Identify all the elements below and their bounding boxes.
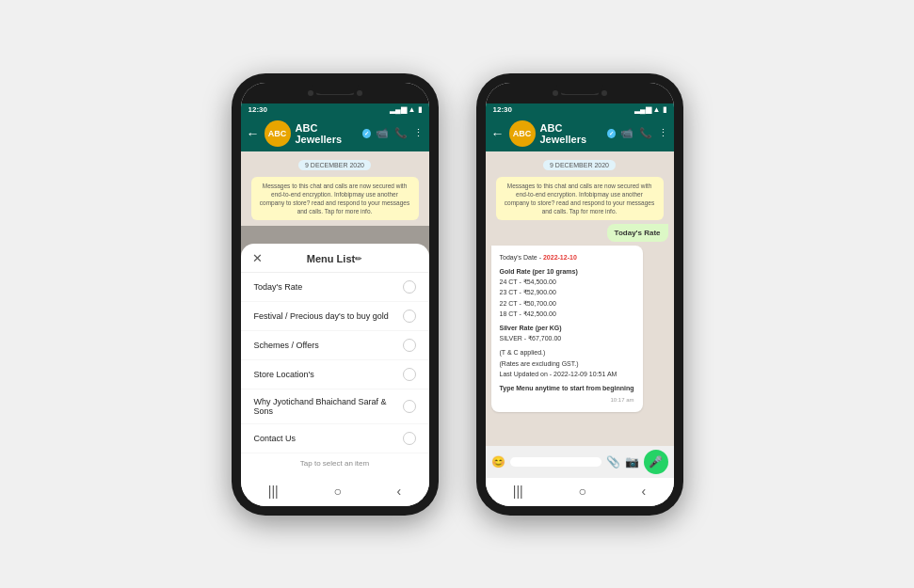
gold-rate-4: 18 CT - ₹42,500.00: [500, 309, 634, 319]
menu-item-label-2: Festival / Precious day's to buy gold: [254, 311, 389, 321]
signal-icon-right: ▂▄▆: [634, 105, 651, 114]
video-icon-right[interactable]: 📹: [620, 127, 633, 139]
avatar-right: ABC: [509, 120, 536, 147]
contact-name-left: ABC Jewellers ✓: [296, 122, 371, 145]
gold-rate-3: 22 CT - ₹50,700.00: [500, 298, 634, 309]
menu-radio-2[interactable]: [403, 310, 416, 323]
wa-header-right: ← ABC ABC Jewellers ✓ 📹 📞 ⋮: [486, 116, 674, 151]
message-time: 10:17 am: [500, 396, 634, 405]
back-button-left[interactable]: ←: [247, 126, 260, 141]
contact-name-right: ABC Jewellers ✓: [540, 122, 616, 145]
wa-header-left: ← ABC ABC Jewellers ✓ 📹 📞 ⋮: [241, 116, 429, 151]
verified-badge-right: ✓: [607, 129, 616, 138]
notch-left: [312, 83, 359, 94]
menu-item-label-5: Why Jyotichand Bhaichand Saraf & Sons: [254, 397, 403, 416]
nav-home-left[interactable]: ○: [333, 484, 341, 499]
battery-icon-right: ▮: [663, 105, 666, 114]
gold-rate-2: 23 CT - ₹52,900.00: [500, 287, 634, 297]
menu-radio-1[interactable]: [403, 280, 416, 294]
menu-overlay[interactable]: ✕ Menu List ✏ Today's Rate Festival / Pr…: [241, 226, 429, 478]
bottom-nav-left: ||| ○ ‹: [241, 478, 429, 506]
nav-menu-right[interactable]: |||: [513, 484, 523, 499]
nav-back-left[interactable]: ‹: [396, 484, 401, 499]
menu-item-4[interactable]: Store Location's: [241, 360, 429, 389]
gold-rate-1: 24 CT - ₹54,500.00: [500, 277, 634, 287]
right-phone-screen: 12:30 ▂▄▆ ▲ ▮ ← ABC ABC Jewellers ✓ 📹 📞: [486, 83, 674, 506]
back-button-right[interactable]: ←: [491, 126, 505, 141]
silver-header: Silver Rate (per KG): [500, 323, 634, 333]
menu-radio-5[interactable]: [403, 400, 416, 413]
header-icons-right: 📹 📞 ⋮: [620, 127, 668, 139]
chat-area-right: 9 DECEMBER 2020 Messages to this chat an…: [486, 151, 674, 446]
battery-icon-left: ▮: [418, 105, 422, 114]
system-message-right: Messages to this chat and calls are now …: [496, 177, 664, 220]
menu-close-button[interactable]: ✕: [252, 251, 263, 265]
more-icon-right[interactable]: ⋮: [658, 127, 668, 139]
contact-info-left: ABC Jewellers ✓: [296, 122, 371, 145]
nav-home-right[interactable]: ○: [578, 484, 585, 499]
camera-dot2-right: [601, 90, 607, 96]
silver-rate: SILVER - ₹67,700.00: [500, 333, 634, 343]
contact-info-right: ABC Jewellers ✓: [540, 122, 616, 145]
notch-area-left: [241, 83, 429, 103]
video-icon-left[interactable]: 📹: [376, 127, 389, 139]
status-icons-right: ▂▄▆ ▲ ▮: [634, 105, 666, 114]
bottom-nav-right: ||| ○ ‹: [486, 478, 674, 506]
phone-icon-right[interactable]: 📞: [639, 127, 652, 139]
menu-item-5[interactable]: Why Jyotichand Bhaichand Saraf & Sons: [241, 389, 429, 424]
date-badge-right: 9 DECEMBER 2020: [543, 160, 616, 170]
status-bar-right: 12:30 ▂▄▆ ▲ ▮: [486, 103, 674, 116]
chat-input-right[interactable]: [510, 457, 601, 467]
wifi-icon-right: ▲: [653, 105, 661, 114]
right-phone: 12:30 ▂▄▆ ▲ ▮ ← ABC ABC Jewellers ✓ 📹 📞: [476, 73, 683, 516]
menu-radio-6[interactable]: [403, 432, 416, 445]
menu-list-panel: ✕ Menu List ✏ Today's Rate Festival / Pr…: [241, 244, 429, 478]
menu-item-label-4: Store Location's: [254, 370, 314, 379]
phone-icon-left[interactable]: 📞: [394, 127, 408, 139]
menu-item-3[interactable]: Schemes / Offers: [241, 331, 429, 360]
time-left: 12:30: [249, 105, 267, 114]
menu-radio-4[interactable]: [403, 368, 416, 381]
status-bar-left: 12:30 ▂▄▆ ▲ ▮: [241, 103, 429, 116]
msg-date-line: Today's Date - 2022-12-10: [500, 252, 634, 262]
menu-item-label-6: Contact Us: [254, 434, 297, 443]
camera-icon-right[interactable]: 📷: [625, 455, 639, 469]
nav-menu-left[interactable]: |||: [268, 484, 279, 499]
menu-item-label-3: Schemes / Offers: [254, 341, 319, 350]
menu-item-6[interactable]: Contact Us: [241, 424, 429, 453]
menu-radio-3[interactable]: [403, 339, 416, 352]
camera-dot-right: [553, 90, 558, 96]
notch-area-right: [486, 83, 674, 103]
system-message-left: Messages to this chat and calls are now …: [251, 177, 419, 220]
notch-right: [556, 83, 603, 94]
mic-button-right[interactable]: 🎤: [644, 450, 668, 474]
gold-header: Gold Rate (per 10 grams): [500, 266, 634, 277]
avatar-left: ABC: [265, 120, 291, 147]
terms: (T & C applied.): [500, 347, 634, 358]
menu-tap-hint: Tap to select an item: [241, 453, 429, 473]
nav-back-right[interactable]: ‹: [641, 484, 646, 499]
menu-title: Menu List: [307, 253, 355, 264]
menu-header: ✕ Menu List ✏: [241, 253, 429, 273]
input-bar-right: 😊 📎 📷 🎤: [486, 446, 674, 478]
left-phone: 12:30 ▂▄▆ ▲ ▮ ← ABC ABC Jewellers ✓ 📹 📞: [232, 73, 439, 516]
status-icons-left: ▂▄▆ ▲ ▮: [390, 105, 422, 114]
left-phone-screen: 12:30 ▂▄▆ ▲ ▮ ← ABC ABC Jewellers ✓ 📹 📞: [241, 83, 429, 506]
sent-message: Today's Rate: [607, 224, 668, 242]
wifi-icon-left: ▲: [409, 105, 416, 114]
mic-icon-right: 🎤: [649, 455, 663, 469]
last-updated: Last Updated on - 2022-12-09 10:51 AM: [500, 369, 634, 379]
time-right: 12:30: [493, 105, 512, 114]
date-badge-left: 9 DECEMBER 2020: [298, 160, 371, 170]
menu-item-1[interactable]: Today's Rate: [241, 273, 429, 302]
emoji-icon-right[interactable]: 😊: [491, 455, 505, 469]
chat-area-left: 9 DECEMBER 2020 Messages to this chat an…: [241, 151, 429, 226]
signal-icon-left: ▂▄▆: [390, 105, 407, 114]
camera-dot2-left: [357, 90, 362, 96]
attach-icon-right[interactable]: 📎: [606, 455, 620, 469]
more-icon-left[interactable]: ⋮: [413, 127, 424, 139]
pencil-icon: ✏: [355, 254, 362, 263]
verified-badge-left: ✓: [362, 129, 371, 138]
camera-dot-left: [308, 90, 313, 96]
menu-item-2[interactable]: Festival / Precious day's to buy gold: [241, 302, 429, 331]
